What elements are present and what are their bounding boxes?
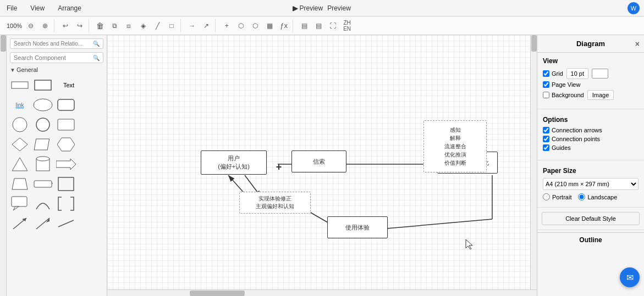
paste-btn[interactable]: ⧇ [122, 19, 135, 32]
shape-arrow-up[interactable] [32, 214, 54, 233]
landscape-label[interactable]: Landscape [578, 193, 617, 200]
shape-arrow-up-right[interactable] [9, 214, 31, 233]
connector-group: → ↗ [183, 19, 216, 32]
formula-btn[interactable]: ƒx [277, 19, 290, 32]
shape-ellipse[interactable] [32, 95, 54, 115]
shape-diamond[interactable] [9, 135, 31, 154]
zoom-out-btn[interactable]: ⊖ [24, 19, 37, 32]
node-perception-text: 感知 解释 流速整合 优化推演 价值判断 [444, 126, 466, 167]
svg-rect-15 [34, 181, 52, 187]
fill-btn[interactable]: ◈ [136, 19, 150, 32]
svg-rect-1 [35, 80, 51, 90]
shape-cylinder[interactable] [32, 154, 54, 174]
page-view-checkbox[interactable] [543, 81, 549, 88]
preview-label: ▶ Preview [293, 4, 323, 12]
shape-arrow-right[interactable] [55, 154, 77, 174]
clear-style-button[interactable]: Clear Default Style [542, 212, 640, 225]
user-avatar[interactable]: W [628, 2, 640, 14]
undo-btn[interactable]: ↩ [59, 19, 72, 32]
connection-arrows-checkbox[interactable] [543, 127, 549, 133]
connection-points-checkbox[interactable] [543, 136, 549, 142]
shape-wave[interactable] [32, 174, 54, 194]
grid-value-input[interactable] [566, 68, 588, 79]
waypoint-btn[interactable]: ↗ [200, 19, 213, 32]
landscape-radio[interactable] [578, 193, 585, 200]
preview-button[interactable]: ▶ ▶ Preview Preview [293, 4, 351, 12]
grid-checkbox[interactable] [543, 70, 549, 77]
plus-icon: + [276, 161, 282, 173]
shape-rect-thick[interactable] [32, 75, 54, 95]
shape-hexagon[interactable] [55, 135, 77, 154]
search-component-box: 🔍 [10, 52, 103, 63]
connection-arrows-label[interactable]: Connection arrows [543, 127, 602, 133]
portrait-text: Portrait [552, 194, 571, 200]
chat-fab-button[interactable]: ✉ [620, 267, 640, 287]
line-color-btn[interactable]: ╱ [151, 19, 164, 32]
connection-arrows-text: Connection arrows [552, 127, 602, 133]
shape-rect-rounded2[interactable] [55, 115, 77, 135]
panel-title: Diagram × [537, 35, 644, 53]
insert-btn[interactable]: + [220, 19, 233, 32]
shape-parallelogram[interactable] [32, 135, 54, 154]
zoom-in-btn[interactable]: ⊕ [38, 19, 52, 32]
shape-triangle[interactable] [9, 154, 31, 174]
page-view-label[interactable]: Page View [543, 81, 580, 88]
guides-checkbox[interactable] [543, 144, 549, 151]
menu-view[interactable]: View [28, 3, 47, 13]
redo-btn[interactable]: ↪ [73, 19, 86, 32]
background-checkbox[interactable] [543, 92, 549, 98]
copy-btn[interactable]: ⧉ [108, 19, 121, 32]
shape-circle-thick[interactable] [32, 115, 54, 135]
menu-file[interactable]: File [4, 3, 19, 13]
connection-points-label[interactable]: Connection points [543, 136, 600, 142]
node-perception[interactable]: 感知 解释 流速整合 优化推演 价值判断 [423, 120, 487, 172]
shape-trapezoid[interactable] [9, 174, 31, 194]
node-user-text: 用户 (偏好+认知) [218, 154, 250, 171]
node-info[interactable]: 信索 [291, 150, 346, 172]
options-section: Options Connection arrows Connection poi… [537, 111, 644, 158]
panel-left-btn[interactable]: ▤ [298, 19, 311, 32]
canvas-hscroll[interactable] [107, 289, 537, 296]
layers-btn[interactable]: ▦ [263, 19, 276, 32]
search-nodes-input[interactable] [14, 41, 93, 47]
grid-checkbox-label[interactable]: Grid [543, 70, 563, 77]
shape-callout[interactable] [9, 194, 31, 214]
background-label: Background [543, 92, 584, 98]
shape-rounded-rect[interactable] [55, 95, 77, 115]
shape-circle[interactable] [9, 115, 31, 135]
lang-btn[interactable]: ZH EN [340, 19, 354, 32]
menu-arrange[interactable]: Arrange [56, 3, 84, 13]
node-experience[interactable]: 使用体验 [327, 216, 388, 238]
grid-color-box[interactable] [592, 69, 608, 79]
shape-corner[interactable] [55, 174, 77, 194]
shapes-btn[interactable]: ⬡ [234, 19, 247, 32]
node-correct[interactable]: 实现体验修正 主观偏好和认知 [239, 192, 311, 214]
shapes-scroll[interactable]: ▼ General Text [7, 64, 107, 296]
svg-line-20 [36, 218, 49, 229]
portrait-label[interactable]: Portrait [543, 193, 571, 200]
panel-close-btn[interactable]: × [635, 40, 640, 48]
canvas-vscroll[interactable] [530, 35, 537, 289]
guides-label[interactable]: Guides [543, 144, 571, 151]
insert-group: + ⬡ ⬡ ▦ ƒx [218, 19, 293, 32]
image-button[interactable]: Image [587, 90, 614, 100]
delete-btn[interactable]: 🗑 [93, 19, 107, 32]
network-btn[interactable]: ⬡ [249, 19, 262, 32]
arrow-btn[interactable]: → [185, 19, 199, 32]
text-shape-label: Text [63, 82, 74, 88]
fullscreen-btn[interactable]: ⛶ [326, 19, 339, 32]
shape-bracket[interactable] [55, 194, 77, 214]
node-user[interactable]: 用户 (偏好+认知) [201, 150, 267, 175]
box-btn[interactable]: □ [165, 19, 178, 32]
shape-curve[interactable] [32, 194, 54, 214]
shape-link[interactable]: link [9, 95, 31, 115]
panel-right-btn[interactable]: ▤ [312, 19, 325, 32]
portrait-radio[interactable] [543, 193, 550, 200]
left-vscroll[interactable] [0, 35, 7, 296]
shape-rect-thin[interactable] [9, 75, 31, 95]
node-info-text: 信索 [313, 158, 325, 166]
shape-text[interactable]: Text [55, 75, 82, 95]
shape-line[interactable] [55, 214, 77, 233]
paper-size-select[interactable]: A4 (210 mm × 297 mm) [543, 178, 639, 190]
search-component-input[interactable] [14, 54, 93, 61]
